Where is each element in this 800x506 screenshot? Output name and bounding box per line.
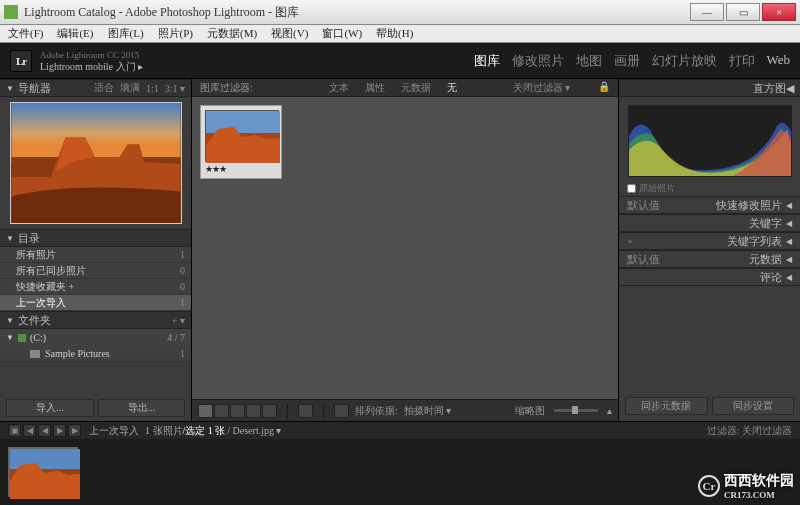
filter-preset-dropdown[interactable]: 关闭过滤器 ▾ [513, 81, 571, 95]
quick-develop-header[interactable]: 默认值快速修改照片◀ [619, 196, 800, 214]
window-title: Lightroom Catalog - Adobe Photoshop Ligh… [24, 4, 688, 21]
grid-view[interactable]: ★★★ [192, 97, 618, 399]
nav-zoom-fill[interactable]: 填满 [120, 81, 140, 95]
view-loupe-icon[interactable] [214, 404, 229, 418]
catalog-header[interactable]: ▼ 目录 [0, 229, 191, 247]
catalog-list: 所有照片1 所有已同步照片0 快捷收藏夹 +0 上一次导入1 [0, 247, 191, 311]
navigator-header[interactable]: ▼ 导航器 适合 填满 1:1 3:1 ▾ [0, 79, 191, 97]
module-book[interactable]: 画册 [614, 52, 640, 70]
grid-toolbar: 排列依据: 拍摄时间 ▾ 缩略图 ▴ [192, 399, 618, 421]
nav-forward-all-icon[interactable]: ▶ [68, 424, 81, 437]
folder-label: Sample Pictures [45, 348, 110, 359]
filter-none[interactable]: 无 [447, 81, 457, 95]
sync-metadata-button[interactable]: 同步元数据 [625, 397, 708, 415]
catalog-synced-photos[interactable]: 所有已同步照片0 [0, 263, 191, 279]
rating-stars[interactable]: ★★★ [205, 164, 277, 174]
sort-direction-icon[interactable] [334, 404, 349, 418]
original-photo-label: 原始照片 [639, 182, 675, 195]
navigator-image [11, 103, 181, 223]
nav-forward-icon[interactable]: ▶ [53, 424, 66, 437]
folders-header[interactable]: ▼ 文件夹 + ▾ [0, 311, 191, 329]
view-grid-icon[interactable] [198, 404, 213, 418]
nav-back-icon[interactable]: ◀ [38, 424, 51, 437]
module-library[interactable]: 图库 [474, 52, 500, 70]
disclosure-triangle-icon: ▼ [6, 316, 14, 325]
disclosure-triangle-icon: ◀ [786, 82, 794, 95]
filter-text[interactable]: 文本 [329, 81, 349, 95]
watermark-logo-icon: Cr [698, 475, 720, 497]
filter-metadata[interactable]: 元数据 [401, 81, 431, 95]
menu-metadata[interactable]: 元数据(M) [203, 25, 261, 42]
volume-status-icon [18, 334, 26, 342]
histogram-chart [628, 105, 792, 177]
volume-space-label: 4 / 7 [167, 332, 185, 343]
import-button[interactable]: 导入... [6, 399, 94, 417]
navigator-title: 导航器 [18, 81, 51, 96]
keyword-list-header[interactable]: +关键字列表◀ [619, 232, 800, 250]
menu-library[interactable]: 图库(L) [104, 25, 148, 42]
catalog-title: 目录 [18, 231, 40, 246]
module-print[interactable]: 打印 [729, 52, 755, 70]
catalog-previous-import[interactable]: 上一次导入1 [0, 295, 191, 311]
menu-bar: 文件(F) 编辑(E) 图库(L) 照片(P) 元数据(M) 视图(V) 窗口(… [0, 25, 800, 43]
module-map[interactable]: 地图 [576, 52, 602, 70]
module-develop[interactable]: 修改照片 [512, 52, 564, 70]
source-label[interactable]: 上一次导入 [89, 424, 139, 438]
nav-back-all-icon[interactable]: ◀ [23, 424, 36, 437]
brand-version: Adobe Lightroom CC 2015 [40, 50, 143, 61]
histogram-header[interactable]: 直方图 ◀ [619, 79, 800, 97]
menu-edit[interactable]: 编辑(E) [53, 25, 97, 42]
nav-zoom-1-1[interactable]: 1:1 [146, 83, 159, 94]
menu-help[interactable]: 帮助(H) [372, 25, 417, 42]
window-maximize-button[interactable]: ▭ [726, 3, 760, 21]
thumbnail-size-slider[interactable] [554, 409, 598, 412]
menu-photo[interactable]: 照片(P) [154, 25, 197, 42]
window-minimize-button[interactable]: — [690, 3, 724, 21]
brand-mobile-link[interactable]: Lightroom mobile 入门 ▸ [40, 61, 143, 72]
view-compare-icon[interactable] [230, 404, 245, 418]
catalog-all-photos[interactable]: 所有照片1 [0, 247, 191, 263]
catalog-quick-collection[interactable]: 快捷收藏夹 +0 [0, 279, 191, 295]
window-titlebar: Lightroom Catalog - Adobe Photoshop Ligh… [0, 0, 800, 25]
filmstrip-filter-dropdown[interactable]: 关闭过滤器 [742, 425, 792, 436]
menu-view[interactable]: 视图(V) [267, 25, 312, 42]
right-panel: 直方图 ◀ 原始照片 默认值快速修改照片◀ 关键字◀ +关键字列表◀ 默认值元数… [618, 79, 800, 421]
filter-attribute[interactable]: 属性 [365, 81, 385, 95]
nav-zoom-fit[interactable]: 适合 [94, 81, 114, 95]
histogram-title: 直方图 [753, 81, 786, 96]
sync-settings-button[interactable]: 同步设置 [712, 397, 795, 415]
volume-header[interactable]: ▼ (C:) 4 / 7 [0, 329, 191, 346]
export-button[interactable]: 导出... [98, 399, 186, 417]
nav-zoom-custom[interactable]: 3:1 ▾ [165, 83, 185, 94]
thumbnail-cell[interactable]: ★★★ [200, 105, 282, 179]
module-slideshow[interactable]: 幻灯片放映 [652, 52, 717, 70]
filmstrip[interactable] [0, 439, 800, 505]
histogram-panel[interactable] [619, 97, 800, 181]
folder-item[interactable]: Sample Pictures 1 [0, 346, 191, 362]
navigator-preview[interactable] [0, 97, 191, 229]
disclosure-triangle-icon: ▼ [6, 84, 14, 93]
metadata-header[interactable]: 默认值元数据◀ [619, 250, 800, 268]
filter-lock-icon[interactable]: 🔒 [598, 81, 610, 95]
filmstrip-thumbnail[interactable] [8, 447, 78, 497]
view-people-icon[interactable] [262, 404, 277, 418]
original-photo-checkbox[interactable] [627, 184, 636, 193]
window-close-button[interactable]: × [762, 3, 796, 21]
volume-name: (C:) [30, 332, 46, 343]
painter-tool-icon[interactable] [298, 404, 313, 418]
disclosure-triangle-icon: ▼ [6, 333, 14, 342]
svg-rect-0 [11, 103, 180, 162]
menu-window[interactable]: 窗口(W) [318, 25, 366, 42]
sort-dropdown[interactable]: 拍摄时间 ▾ [404, 404, 452, 418]
comments-header[interactable]: 评论◀ [619, 268, 800, 286]
identity-plate[interactable]: Adobe Lightroom CC 2015 Lightroom mobile… [40, 50, 143, 72]
current-file-label[interactable]: / Desert.jpg ▾ [227, 425, 281, 436]
folders-add-button[interactable]: + ▾ [172, 315, 185, 326]
module-web[interactable]: Web [767, 52, 791, 70]
menu-file[interactable]: 文件(F) [4, 25, 47, 42]
second-window-button[interactable]: ▣ [8, 424, 21, 437]
module-picker-bar: Lr Adobe Lightroom CC 2015 Lightroom mob… [0, 43, 800, 79]
toolbar-disclosure-icon[interactable]: ▴ [607, 405, 612, 416]
view-survey-icon[interactable] [246, 404, 261, 418]
keywording-header[interactable]: 关键字◀ [619, 214, 800, 232]
